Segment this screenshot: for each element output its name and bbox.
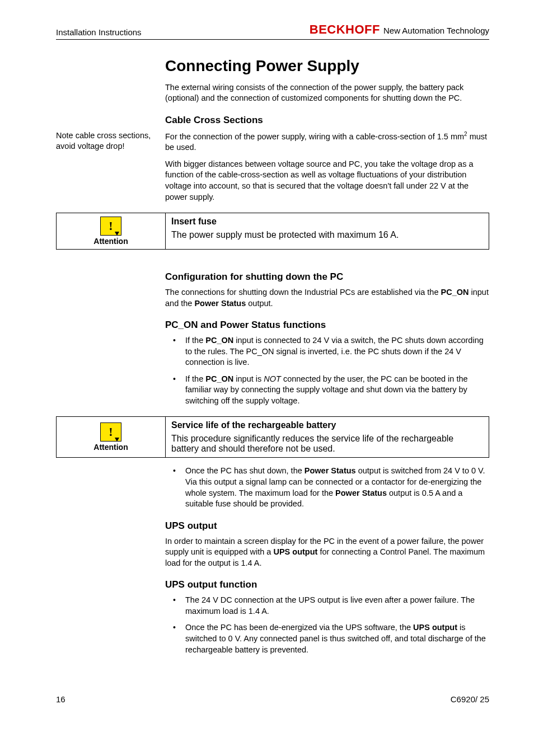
bold-power-status: Power Status [305,466,356,475]
heading-cable-cross-sections: Cable Cross Sections [165,114,489,127]
page-title: Connecting Power Supply [165,55,489,77]
brand-logo-text: BECKHOFF [310,22,380,37]
bold-pc-on: PC_ON [441,288,469,297]
list-item: Once the PC has been de-energized via th… [165,622,489,655]
heading-pcon-functions: PC_ON and Power Status functions [165,319,489,332]
callout-title: Insert fuse [171,217,483,227]
callout-body-text: The power supply must be protected with … [171,230,483,240]
cable-paragraph-2: With bigger distances between voltage so… [165,159,489,203]
attention-icon: ! [100,217,121,236]
text-fragment: If the [185,336,205,345]
page-header: Installation Instructions BECKHOFF New A… [56,22,489,40]
list-item: If the PC_ON input is NOT connected by t… [165,374,489,407]
page-footer: 16 C6920/ 25 [56,694,489,704]
attention-icon: ! [100,422,121,442]
power-status-bullet-list: Once the PC has shut down, the Power Sta… [165,466,489,509]
exclamation-glyph: ! [109,425,113,439]
heading-ups-output: UPS output [165,520,489,533]
cable-paragraph-1: For the connection of the power supply, … [165,130,489,153]
margin-note-cable: Note cable cross sections, avoid voltage… [56,130,165,152]
callout-label: Attention [93,237,128,246]
exclamation-glyph: ! [109,219,113,233]
header-brand-block: BECKHOFF New Automation Technology [310,22,489,37]
text-fragment: Once the PC has been de-energized via th… [185,623,413,632]
callout-label: Attention [93,443,128,452]
bold-power-status: Power Status [335,489,387,497]
text-fragment: Once the PC has shut down, the [185,466,305,475]
italic-not: NOT [264,374,281,383]
list-item: If the PC_ON input is connected to 24 V … [165,335,489,368]
bold-pc-on: PC_ON [205,374,233,383]
bold-ups-output: UPS output [413,623,457,632]
intro-paragraph: The external wiring consists of the conn… [165,82,489,104]
callout-icon-cell: ! Attention [57,213,166,249]
list-item: Once the PC has shut down, the Power Sta… [165,466,489,509]
text-fragment: For the connection of the power supply, … [165,132,464,141]
callout-body-text: This procedure significantly reduces the… [171,434,483,454]
text-fragment: input is [233,374,264,383]
callout-body-cell: Insert fuse The power supply must be pro… [166,213,489,249]
heading-configuration-shutdown: Configuration for shutting down the PC [165,271,489,284]
arrow-down-icon [115,438,119,442]
config-paragraph: The connections for shutting down the In… [165,287,489,309]
pcon-bullet-list: If the PC_ON input is connected to 24 V … [165,335,489,406]
ups-paragraph: In order to maintain a screen display fo… [165,536,489,569]
bold-pc-on: PC_ON [205,336,233,345]
text-fragment: output. [246,299,273,308]
callout-title: Service life of the rechargeable battery [171,420,483,430]
callout-body-cell: Service life of the rechargeable battery… [166,417,489,457]
attention-callout-fuse: ! Attention Insert fuse The power supply… [56,213,489,250]
header-section-title: Installation Instructions [56,27,142,37]
list-item: The 24 V DC connection at the UPS output… [165,595,489,617]
arrow-down-icon [115,232,119,236]
text-fragment: The connections for shutting down the In… [165,288,441,297]
brand-tagline: New Automation Technology [383,26,489,35]
callout-icon-cell: ! Attention [57,417,166,457]
ups-function-bullet-list: The 24 V DC connection at the UPS output… [165,595,489,655]
bold-power-status: Power Status [194,299,246,308]
footer-doc-id: C6920/ 25 [451,694,489,704]
text-fragment: If the [185,374,205,383]
heading-ups-output-function: UPS output function [165,579,489,591]
footer-page-number: 16 [56,694,65,704]
attention-callout-battery: ! Attention Service life of the recharge… [56,416,489,458]
bold-ups-output: UPS output [273,547,317,556]
